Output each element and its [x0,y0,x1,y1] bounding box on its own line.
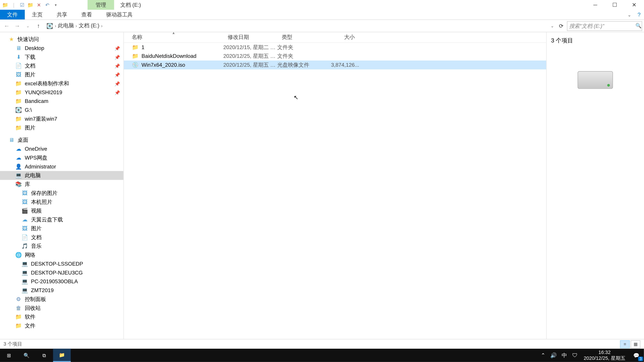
nav-pc1[interactable]: 💻DESKTOP-LSSOEDP [0,259,124,268]
window-controls: ─ ☐ ✕ [586,0,644,10]
breadcrumb-thispc[interactable]: 此电脑 [58,22,74,30]
nav-files[interactable]: 📁文件 [0,321,124,330]
music-icon: 🎵 [21,243,28,250]
chevron-right-icon[interactable]: › [101,24,102,28]
home-tab[interactable]: 主页 [25,10,50,19]
nav-control-panel[interactable]: ⚙控制面板 [0,295,124,304]
file-type: 文件夹 [277,52,322,60]
properties-icon[interactable]: ☑ [18,1,26,8]
start-button[interactable]: ⊞ [0,349,18,362]
minimize-button[interactable]: ─ [586,0,605,10]
nav-onedrive[interactable]: ☁OneDrive [0,144,124,153]
folder-icon: 📁 [59,352,65,358]
expand-ribbon-icon[interactable]: ⌄ [624,10,634,19]
clock[interactable]: 16:32 2020/12/25, 星期五 [580,350,629,361]
column-name[interactable]: 名称▲ [124,33,223,41]
column-size[interactable]: 大小 [322,33,359,41]
file-row[interactable]: 📁BaiduNetdiskDownload2020/12/25, 星期五 1..… [124,52,546,61]
nav-label: DESKTOP-LSSOEDP [31,261,83,267]
nav-label: 下载 [25,53,36,61]
new-folder-icon[interactable]: 📁 [27,1,34,8]
nav-label: Bandicam [25,98,48,104]
nav-pictures3[interactable]: 🖼图片 [0,224,124,233]
tray-chevron-icon[interactable]: ⌃ [540,352,546,359]
recent-dropdown-icon[interactable]: ⌄ [23,21,33,31]
search-input[interactable] [569,23,636,29]
nav-documents2[interactable]: 📄文档 [0,233,124,242]
chevron-right-icon[interactable]: › [76,24,77,28]
search-button[interactable]: 🔍 [18,349,35,362]
help-icon[interactable]: ? [634,10,644,19]
address-dropdown-icon[interactable]: ⌄ [549,24,556,28]
nav-yunqishi[interactable]: 📁YUNQISHI2019📌 [0,88,124,97]
ime-icon[interactable]: 中 [561,352,568,359]
manage-tab[interactable]: 管理 [88,0,114,10]
nav-pictures[interactable]: 🖼图片📌 [0,70,124,79]
nav-label: 此电脑 [25,172,41,179]
nav-label: 桌面 [18,136,28,144]
qat-dropdown-icon[interactable]: ▾ [52,1,59,8]
nav-camera-roll[interactable]: 🖼本机照片 [0,198,124,206]
refresh-button[interactable]: ⟳ [556,23,566,29]
nav-desktop[interactable]: 🖥Desktop📌 [0,44,124,53]
delete-icon[interactable]: ✕ [36,1,42,8]
view-tab[interactable]: 查看 [74,10,99,19]
nav-quick-access[interactable]: ★快速访问 [0,35,124,44]
nav-music[interactable]: 🎵音乐 [0,242,124,251]
breadcrumb-drive[interactable]: 文档 (E:) [79,22,99,30]
nav-videos[interactable]: 🎬视频 [0,206,124,215]
nav-saved-pics[interactable]: 🖼保存的图片 [0,189,124,198]
details-view-button[interactable]: ≡ [620,340,630,348]
nav-pc2[interactable]: 💻DESKTOP-NJEU3CG [0,268,124,277]
nav-label: YUNQISHI2019 [25,89,62,95]
nav-excel[interactable]: 📁excel表格制作求和📌 [0,79,124,88]
nav-gdrive[interactable]: 💽G:\ [0,106,124,114]
nav-tianyi[interactable]: ☁天翼云盘下载 [0,215,124,224]
nav-pc3[interactable]: 💻PC-20190530OBLA [0,277,124,286]
pc-icon: 💻 [21,269,28,276]
volume-icon[interactable]: 🔊 [550,352,557,359]
file-row[interactable]: 💿Win7x64_2020.iso2020/12/25, 星期五 1...光盘映… [124,60,546,69]
nav-software[interactable]: 📁软件 [0,312,124,321]
action-center-button[interactable]: 💬 3 [629,349,644,362]
undo-icon[interactable]: ↶ [44,1,51,8]
nav-admin[interactable]: 👤Administrator [0,162,124,171]
file-tab[interactable]: 文件 [0,10,25,19]
address-path[interactable]: 💽 › 此电脑 › 文档 (E:) › [44,21,548,31]
file-row[interactable]: 📁12020/12/15, 星期二 1...文件夹 [124,43,546,52]
forward-button[interactable]: → [12,21,22,31]
up-button[interactable]: ↑ [34,21,43,31]
nav-win7[interactable]: 📁win7重装win7 [0,114,124,123]
chevron-right-icon[interactable]: › [55,24,56,28]
search-box[interactable]: 🔍 [567,21,642,31]
security-icon[interactable]: 🛡 [572,352,578,359]
nav-documents[interactable]: 📄文档📌 [0,61,124,70]
drive-icon: 💽 [46,23,53,29]
nav-wps[interactable]: ☁WPS网盘 [0,153,124,162]
nav-pictures2[interactable]: 📁图片 [0,123,124,132]
nav-recycle[interactable]: 🗑回收站 [0,304,124,313]
close-button[interactable]: ✕ [624,0,644,10]
back-button[interactable]: ← [2,21,12,31]
nav-label: 文档 [31,234,42,241]
search-icon[interactable]: 🔍 [636,23,642,29]
nav-downloads[interactable]: ⬇下载📌 [0,53,124,61]
column-type[interactable]: 类型 [277,33,322,41]
nav-thispc[interactable]: 💻此电脑 [0,171,124,180]
nav-pc4[interactable]: 💻ZMT2019 [0,286,124,295]
task-view-button[interactable]: ⧉ [36,349,53,362]
share-tab[interactable]: 共享 [50,10,74,19]
nav-library[interactable]: 📚库 [0,180,124,189]
nav-bandicam[interactable]: 📁Bandicam [0,97,124,106]
file-name: BaiduNetdiskDownload [142,53,224,59]
column-date[interactable]: 修改日期 [224,33,278,41]
nav-network[interactable]: 🌐网络 [0,251,124,259]
maximize-button[interactable]: ☐ [605,0,624,10]
nav-desktop-zh[interactable]: 🖥桌面 [0,136,124,145]
nav-label: 天翼云盘下载 [31,216,63,223]
drive-tools-tab[interactable]: 驱动器工具 [99,10,140,19]
icons-view-button[interactable]: ▦ [630,340,640,348]
file-date: 2020/12/25, 星期五 1... [224,61,278,69]
app-icon[interactable]: 📁 [2,1,9,8]
explorer-taskbar-button[interactable]: 📁 [53,349,70,362]
